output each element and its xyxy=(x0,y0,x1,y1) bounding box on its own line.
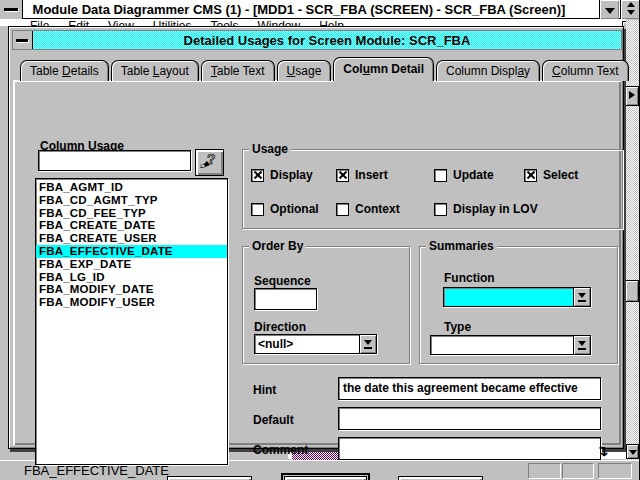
checkbox-label: Update xyxy=(453,168,494,182)
sequence-input[interactable] xyxy=(254,288,317,310)
checkbox-box[interactable] xyxy=(251,203,264,216)
scrollbar-arrow-icon xyxy=(629,91,635,99)
pointing-hand-question-icon: ? xyxy=(198,150,221,171)
minimize-button[interactable] xyxy=(599,0,619,19)
tab-table-text[interactable]: Table Text xyxy=(201,60,275,81)
type-combobox[interactable] xyxy=(430,335,591,355)
checkbox-label: Optional xyxy=(270,202,319,216)
checkbox-display[interactable]: Display xyxy=(251,168,313,182)
scrollbar-thumb[interactable] xyxy=(625,280,639,302)
list-item[interactable]: FBA_CD_FEE_TYP xyxy=(36,207,227,220)
menu-file[interactable]: File xyxy=(30,19,49,26)
checkbox-select[interactable]: Select xyxy=(524,168,578,182)
cancel-button-ring: Cancel xyxy=(281,473,370,480)
checkbox-box[interactable] xyxy=(336,203,349,216)
status-panel-1 xyxy=(528,463,561,479)
usage-group: Usage DisplayInsertUpdateSelectOptionalC… xyxy=(242,149,623,229)
function-label: Function xyxy=(444,271,495,285)
order-by-group-label: Order By xyxy=(249,239,306,253)
dialog-control-menu-button[interactable] xyxy=(13,31,33,49)
checkbox-insert[interactable]: Insert xyxy=(336,168,388,182)
tab-table-details[interactable]: Table Details xyxy=(20,60,109,81)
status-panel-3 xyxy=(598,463,632,479)
cancel-button[interactable]: Cancel xyxy=(284,476,367,480)
tab-panel: Column Usage ? FBA_AGMT_IDFBA_CD_AGMT_TY… xyxy=(13,80,621,445)
order-by-group: Order By Sequence Direction <null> xyxy=(242,246,410,364)
hint-input[interactable]: the date this agreement became effective xyxy=(338,377,601,400)
checkbox-box[interactable] xyxy=(336,169,349,182)
checkbox-context[interactable]: Context xyxy=(336,202,400,216)
checkbox-box[interactable] xyxy=(434,169,447,182)
dialog-title: Detailed Usages for Screen Module: SCR_F… xyxy=(33,31,621,49)
list-item[interactable]: FBA_EXP_DATE xyxy=(36,258,227,271)
comment-label: Comment xyxy=(253,443,308,457)
bent-arrow-icon: ↴ xyxy=(596,442,609,460)
tab-column-display[interactable]: Column Display xyxy=(436,60,540,81)
column-usage-listbox[interactable]: FBA_AGMT_IDFBA_CD_AGMT_TYPFBA_CD_FEE_TYP… xyxy=(35,178,228,465)
direction-label: Direction xyxy=(254,320,306,334)
restore-button[interactable] xyxy=(620,0,640,19)
ok-button[interactable]: OK xyxy=(167,476,252,480)
column-usage-input[interactable] xyxy=(38,150,191,171)
checkbox-box[interactable] xyxy=(524,169,537,182)
list-item[interactable]: FBA_EFFECTIVE_DATE xyxy=(36,245,227,258)
checkbox-label: Select xyxy=(543,168,578,182)
minimize-icon xyxy=(605,8,615,14)
list-item[interactable]: FBA_CREATE_USER xyxy=(36,232,227,245)
menu-edit[interactable]: Edit xyxy=(68,19,89,26)
help-button[interactable]: Help xyxy=(398,476,483,480)
status-panel-2 xyxy=(562,463,594,479)
checkbox-update[interactable]: Update xyxy=(434,168,494,182)
menu-window[interactable]: Window xyxy=(258,19,301,26)
application-window: Module Data Diagrammer CMS (1) - [MDD1 -… xyxy=(0,0,640,480)
checkbox-box[interactable] xyxy=(251,169,264,182)
menu-tools[interactable]: Tools xyxy=(211,19,239,26)
menu-utilities[interactable]: Utilities xyxy=(153,19,192,26)
list-item[interactable]: FBA_AGMT_ID xyxy=(36,181,227,194)
list-item[interactable]: FBA_CREATE_DATE xyxy=(36,219,227,232)
tab-column-text[interactable]: Column Text xyxy=(542,60,628,81)
dropdown-arrow-icon xyxy=(578,293,586,298)
menu-view[interactable]: View xyxy=(108,19,134,26)
list-item[interactable]: FBA_MODIFY_DATE xyxy=(36,283,227,296)
sequence-label: Sequence xyxy=(254,274,311,288)
type-dropdown-button[interactable] xyxy=(573,336,590,354)
usage-group-label: Usage xyxy=(249,142,291,156)
function-combobox[interactable] xyxy=(443,287,591,307)
tab-table-layout[interactable]: Table Layout xyxy=(111,60,199,81)
scrollbar-arrow-button[interactable] xyxy=(625,86,639,106)
checkbox-optional[interactable]: Optional xyxy=(251,202,319,216)
list-item[interactable]: FBA_CD_AGMT_TYP xyxy=(36,194,227,207)
detailed-usages-dialog: Detailed Usages for Screen Module: SCR_F… xyxy=(8,26,624,449)
title-bar: Module Data Diagrammer CMS (1) - [MDD1 -… xyxy=(0,0,640,19)
default-label: Default xyxy=(253,413,294,427)
list-item[interactable]: FBA_MODIFY_USER xyxy=(36,296,227,309)
scrollbar-down-icon xyxy=(629,450,637,455)
tab-usage[interactable]: Usage xyxy=(277,60,332,81)
restore-up-icon xyxy=(627,2,635,7)
checkbox-box[interactable] xyxy=(434,203,447,216)
dialog-control-menu-icon xyxy=(16,39,28,42)
default-input[interactable] xyxy=(338,407,601,430)
direction-dropdown-button[interactable] xyxy=(359,335,376,353)
type-label: Type xyxy=(444,320,471,334)
checkbox-display-in-lov[interactable]: Display in LOV xyxy=(434,202,538,216)
menu-bar: FileEditViewUtilitiesToolsWindowHelp xyxy=(0,19,626,26)
menu-help[interactable]: Help xyxy=(319,19,344,26)
scrollbar-down-button[interactable] xyxy=(626,444,639,459)
window-title: Module Data Diagrammer CMS (1) - [MDD1 -… xyxy=(0,0,598,19)
direction-value: <null> xyxy=(258,335,358,353)
dropdown-arrow-bar xyxy=(364,347,372,349)
checkbox-label: Display in LOV xyxy=(453,202,538,216)
list-item[interactable]: FBA_LG_ID xyxy=(36,271,227,284)
checkbox-label: Insert xyxy=(355,168,388,182)
tab-column-detail[interactable]: Column Detail xyxy=(333,57,434,81)
dropdown-arrow-bar xyxy=(578,348,586,350)
function-dropdown-button[interactable] xyxy=(573,288,590,306)
lookup-button[interactable]: ? xyxy=(195,149,224,176)
dialog-title-bar: Detailed Usages for Screen Module: SCR_F… xyxy=(12,30,622,50)
comment-input[interactable] xyxy=(338,437,601,460)
restore-down-icon xyxy=(627,10,635,15)
direction-combobox[interactable]: <null> xyxy=(254,334,377,354)
summaries-group-label: Summaries xyxy=(426,239,497,253)
